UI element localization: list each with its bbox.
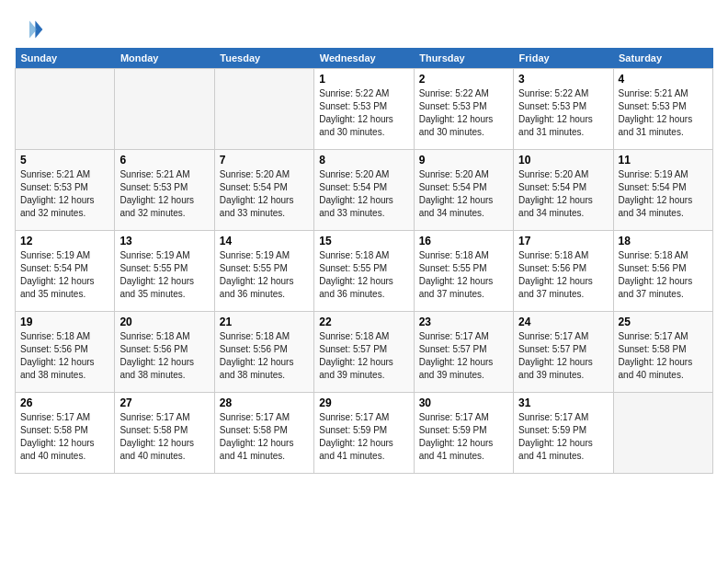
cell-sun-info: Sunrise: 5:17 AM Sunset: 5:57 PM Dayligh… [518,330,608,382]
cell-sun-info: Sunrise: 5:18 AM Sunset: 5:56 PM Dayligh… [20,330,109,382]
day-number: 8 [319,154,408,167]
cell-sun-info: Sunrise: 5:18 AM Sunset: 5:56 PM Dayligh… [119,330,209,382]
calendar-cell: 10Sunrise: 5:20 AM Sunset: 5:54 PM Dayli… [514,150,613,231]
cell-sun-info: Sunrise: 5:20 AM Sunset: 5:54 PM Dayligh… [319,168,408,220]
day-number: 13 [119,235,209,247]
cell-sun-info: Sunrise: 5:17 AM Sunset: 5:59 PM Dayligh… [319,411,408,463]
calendar-cell: 1Sunrise: 5:22 AM Sunset: 5:53 PM Daylig… [314,69,414,150]
calendar-cell: 8Sunrise: 5:20 AM Sunset: 5:54 PM Daylig… [314,150,414,231]
calendar-cell: 21Sunrise: 5:18 AM Sunset: 5:56 PM Dayli… [214,312,313,393]
calendar-week-row: 5Sunrise: 5:21 AM Sunset: 5:53 PM Daylig… [16,150,713,231]
calendar-day-header: Tuesday [214,48,313,69]
cell-sun-info: Sunrise: 5:17 AM Sunset: 5:58 PM Dayligh… [119,411,209,463]
calendar-cell: 12Sunrise: 5:19 AM Sunset: 5:54 PM Dayli… [16,231,115,312]
calendar-week-row: 19Sunrise: 5:18 AM Sunset: 5:56 PM Dayli… [16,312,713,393]
cell-sun-info: Sunrise: 5:19 AM Sunset: 5:55 PM Dayligh… [119,249,209,301]
calendar-cell: 31Sunrise: 5:17 AM Sunset: 5:59 PM Dayli… [514,393,613,474]
calendar-cell: 25Sunrise: 5:17 AM Sunset: 5:58 PM Dayli… [613,312,712,393]
calendar-cell: 11Sunrise: 5:19 AM Sunset: 5:54 PM Dayli… [613,150,712,231]
cell-sun-info: Sunrise: 5:17 AM Sunset: 5:59 PM Dayligh… [518,411,608,463]
calendar-cell: 6Sunrise: 5:21 AM Sunset: 5:53 PM Daylig… [115,150,214,231]
calendar-cell: 4Sunrise: 5:21 AM Sunset: 5:53 PM Daylig… [613,69,712,150]
calendar-cell: 18Sunrise: 5:18 AM Sunset: 5:56 PM Dayli… [613,231,712,312]
day-number: 7 [220,154,309,167]
calendar-cell: 27Sunrise: 5:17 AM Sunset: 5:58 PM Dayli… [115,393,214,474]
calendar-cell: 30Sunrise: 5:17 AM Sunset: 5:59 PM Dayli… [414,393,513,474]
day-number: 1 [319,73,408,86]
calendar-day-header: Thursday [414,48,513,69]
calendar-cell [613,393,712,474]
day-number: 28 [220,396,309,409]
day-number: 17 [518,235,608,247]
cell-sun-info: Sunrise: 5:17 AM Sunset: 5:58 PM Dayligh… [20,411,109,463]
day-number: 24 [518,316,608,328]
day-number: 9 [419,154,508,167]
calendar-cell: 9Sunrise: 5:20 AM Sunset: 5:54 PM Daylig… [414,150,513,231]
calendar-cell: 17Sunrise: 5:18 AM Sunset: 5:56 PM Dayli… [514,231,613,312]
day-number: 21 [220,316,309,328]
cell-sun-info: Sunrise: 5:17 AM Sunset: 5:58 PM Dayligh… [619,330,708,382]
cell-sun-info: Sunrise: 5:18 AM Sunset: 5:56 PM Dayligh… [220,330,309,382]
cell-sun-info: Sunrise: 5:21 AM Sunset: 5:53 PM Dayligh… [20,168,109,220]
calendar-cell [214,69,313,150]
calendar-cell: 26Sunrise: 5:17 AM Sunset: 5:58 PM Dayli… [16,393,115,474]
logo [15,15,48,44]
cell-sun-info: Sunrise: 5:17 AM Sunset: 5:58 PM Dayligh… [220,411,309,463]
calendar-day-header: Saturday [613,48,712,69]
cell-sun-info: Sunrise: 5:19 AM Sunset: 5:54 PM Dayligh… [619,168,708,220]
day-number: 29 [319,396,408,409]
calendar-day-header: Monday [115,48,214,69]
cell-sun-info: Sunrise: 5:19 AM Sunset: 5:55 PM Dayligh… [220,249,309,301]
day-number: 30 [419,396,508,409]
cell-sun-info: Sunrise: 5:22 AM Sunset: 5:53 PM Dayligh… [419,87,508,139]
day-number: 16 [419,235,508,247]
cell-sun-info: Sunrise: 5:22 AM Sunset: 5:53 PM Dayligh… [319,87,408,139]
calendar-cell: 28Sunrise: 5:17 AM Sunset: 5:58 PM Dayli… [214,393,313,474]
cell-sun-info: Sunrise: 5:18 AM Sunset: 5:55 PM Dayligh… [319,249,408,301]
cell-sun-info: Sunrise: 5:17 AM Sunset: 5:59 PM Dayligh… [419,411,508,463]
day-number: 15 [319,235,408,247]
calendar-day-header: Wednesday [314,48,414,69]
calendar-cell: 7Sunrise: 5:20 AM Sunset: 5:54 PM Daylig… [214,150,313,231]
calendar-cell: 29Sunrise: 5:17 AM Sunset: 5:59 PM Dayli… [314,393,414,474]
cell-sun-info: Sunrise: 5:20 AM Sunset: 5:54 PM Dayligh… [518,168,608,220]
calendar-week-row: 12Sunrise: 5:19 AM Sunset: 5:54 PM Dayli… [16,231,713,312]
day-number: 6 [119,154,209,167]
page-header [15,15,713,44]
calendar-cell: 16Sunrise: 5:18 AM Sunset: 5:55 PM Dayli… [414,231,513,312]
cell-sun-info: Sunrise: 5:18 AM Sunset: 5:55 PM Dayligh… [419,249,508,301]
calendar-cell [115,69,214,150]
calendar-week-row: 1Sunrise: 5:22 AM Sunset: 5:53 PM Daylig… [16,69,713,150]
day-number: 4 [619,73,708,86]
day-number: 25 [619,316,708,328]
calendar-cell: 14Sunrise: 5:19 AM Sunset: 5:55 PM Dayli… [214,231,313,312]
day-number: 27 [119,396,209,409]
cell-sun-info: Sunrise: 5:20 AM Sunset: 5:54 PM Dayligh… [419,168,508,220]
calendar-body: 1Sunrise: 5:22 AM Sunset: 5:53 PM Daylig… [16,69,713,474]
day-number: 5 [20,154,109,167]
cell-sun-info: Sunrise: 5:22 AM Sunset: 5:53 PM Dayligh… [518,87,608,139]
day-number: 18 [619,235,708,247]
day-number: 20 [119,316,209,328]
calendar-cell: 13Sunrise: 5:19 AM Sunset: 5:55 PM Dayli… [115,231,214,312]
calendar-cell: 2Sunrise: 5:22 AM Sunset: 5:53 PM Daylig… [414,69,513,150]
cell-sun-info: Sunrise: 5:20 AM Sunset: 5:54 PM Dayligh… [220,168,309,220]
calendar-cell: 22Sunrise: 5:18 AM Sunset: 5:57 PM Dayli… [314,312,414,393]
day-number: 31 [518,396,608,409]
cell-sun-info: Sunrise: 5:18 AM Sunset: 5:56 PM Dayligh… [518,249,608,301]
calendar-header-row: SundayMondayTuesdayWednesdayThursdayFrid… [16,48,713,69]
cell-sun-info: Sunrise: 5:18 AM Sunset: 5:56 PM Dayligh… [619,249,708,301]
calendar-cell: 20Sunrise: 5:18 AM Sunset: 5:56 PM Dayli… [115,312,214,393]
day-number: 2 [419,73,508,86]
cell-sun-info: Sunrise: 5:19 AM Sunset: 5:54 PM Dayligh… [20,249,109,301]
calendar-day-header: Sunday [16,48,115,69]
calendar-cell: 15Sunrise: 5:18 AM Sunset: 5:55 PM Dayli… [314,231,414,312]
calendar-cell: 3Sunrise: 5:22 AM Sunset: 5:53 PM Daylig… [514,69,613,150]
calendar-cell [16,69,115,150]
day-number: 19 [20,316,109,328]
calendar-week-row: 26Sunrise: 5:17 AM Sunset: 5:58 PM Dayli… [16,393,713,474]
cell-sun-info: Sunrise: 5:17 AM Sunset: 5:57 PM Dayligh… [419,330,508,382]
calendar-cell: 23Sunrise: 5:17 AM Sunset: 5:57 PM Dayli… [414,312,513,393]
calendar-cell: 5Sunrise: 5:21 AM Sunset: 5:53 PM Daylig… [16,150,115,231]
day-number: 10 [518,154,608,167]
